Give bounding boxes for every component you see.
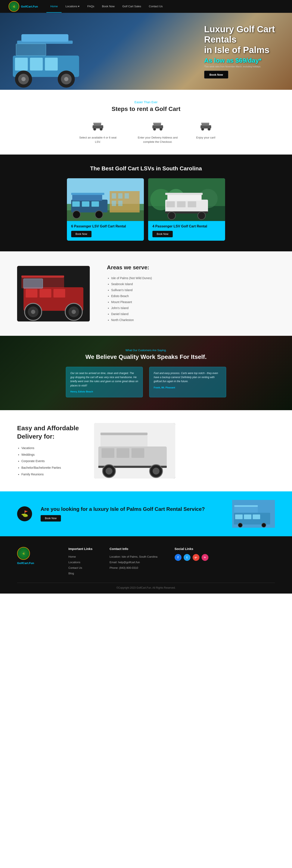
svg-rect-89 — [235, 515, 243, 519]
twitter-icon[interactable]: t — [184, 554, 191, 561]
svg-rect-61 — [21, 276, 64, 278]
step-2-icon — [151, 121, 164, 132]
cta-question: Are you looking for a luxury Isle of Pal… — [40, 506, 224, 512]
nav-item-locations[interactable]: Locations ▾ — [62, 0, 83, 12]
delivery-item: Family Reunions — [21, 471, 81, 478]
area-item: Sullivan's Island — [111, 287, 152, 293]
svg-rect-12 — [16, 44, 46, 56]
svg-rect-1 — [21, 34, 68, 42]
areas-text: Areas we serve: Isle of Palms (Not Wild … — [107, 264, 152, 323]
lsv-card-6-body: 6 Passenger LSV Golf Cart Rental Book No… — [67, 221, 144, 241]
hero-cart-image — [6, 28, 88, 90]
delivery-item: Weddings — [21, 452, 81, 458]
area-item: Daniel Island — [111, 311, 152, 317]
svg-rect-38 — [72, 194, 102, 201]
svg-rect-40 — [72, 202, 80, 207]
delivery-cart-svg — [94, 423, 175, 478]
svg-point-16 — [93, 128, 96, 130]
footer-links-heading: Important Links — [68, 547, 93, 551]
footer: ⛳ GolfCart.Fun Important Links Home Loca… — [0, 536, 292, 594]
svg-point-21 — [153, 128, 156, 130]
lsv-card-4-book-button[interactable]: Book Now — [152, 231, 173, 237]
svg-rect-77 — [101, 448, 114, 458]
lsv-card-4: 4 Passenger LSV Golf Cart Rental Book No… — [148, 178, 225, 241]
svg-rect-63 — [24, 279, 43, 288]
instagram-icon[interactable]: in — [202, 554, 208, 561]
lsv-card-6-title: 6 Passenger LSV Golf Cart Rental — [71, 224, 140, 228]
googleplus-icon[interactable]: g+ — [193, 554, 199, 561]
social-icons: f t g+ in — [175, 554, 208, 561]
lsv-title: The Best Golf Cart LSVs in South Carolin… — [13, 165, 279, 172]
footer-link-home[interactable]: Home — [68, 554, 93, 560]
areas-title: Areas we serve: — [107, 264, 152, 271]
cta-text: Are you looking for a luxury Isle of Pal… — [40, 506, 224, 522]
svg-rect-39 — [71, 193, 104, 195]
svg-rect-64 — [26, 289, 37, 298]
cta-banner: ⛳ Are you looking for a luxury Isle of P… — [0, 491, 292, 536]
svg-rect-25 — [201, 123, 209, 124]
lsv-card-4-body: 4 Passenger LSV Golf Cart Rental Book No… — [148, 221, 225, 241]
nav-item-sales[interactable]: Golf Cart Sales — [118, 0, 145, 12]
svg-rect-34 — [125, 193, 129, 198]
svg-point-17 — [100, 128, 103, 130]
steps-title: Steps to rent a Golf Cart — [17, 105, 275, 113]
lsv-section: The Best Golf Cart LSVs in South Carolin… — [0, 155, 292, 251]
logo-icon: ⛳ — [8, 1, 19, 12]
footer-link-blog[interactable]: Blog — [68, 571, 93, 576]
lsv-card-6-book-button[interactable]: Book Now — [71, 231, 91, 237]
footer-social-col: Social Links f t g+ in — [175, 547, 208, 576]
area-item: Edisto Beach — [111, 293, 152, 299]
footer-brand: GolfCart.Fun — [17, 561, 51, 565]
areas-list: Isle of Palms (Not Wild Dunes) Seabrook … — [107, 275, 152, 323]
footer-link-contact[interactable]: Contact Us — [68, 565, 93, 571]
lsv-card-6: 6 Passenger LSV Golf Cart Rental Book No… — [67, 178, 144, 241]
logo[interactable]: ⛳ GolfCart.Fun — [8, 1, 38, 12]
lsv-card-6-image — [67, 178, 144, 221]
step-3-text: Enjoy your cart! — [196, 135, 215, 140]
svg-rect-54 — [177, 202, 185, 207]
svg-point-93 — [262, 523, 266, 527]
footer-logo-area: ⛳ GolfCart.Fun — [17, 547, 51, 576]
svg-rect-66 — [53, 289, 65, 298]
testimonial-card-1: Our six seat lsv arrived on time, clean … — [66, 367, 143, 397]
hero-note: *Two week rates from November-March, exc… — [204, 65, 275, 67]
footer-contact-col: Contact Info Location: Isle of Palms, So… — [110, 547, 157, 576]
svg-point-69 — [31, 310, 35, 314]
footer-phone: Phone: (843) 800-0310 — [110, 565, 157, 571]
svg-rect-87 — [234, 507, 258, 513]
nav-item-home[interactable]: Home — [47, 0, 62, 12]
nav-item-contact[interactable]: Contact Us — [145, 0, 166, 12]
nav-item-booknow[interactable]: Book Now — [98, 0, 118, 12]
svg-rect-33 — [118, 193, 122, 198]
svg-point-92 — [238, 523, 242, 527]
areas-section: Areas we serve: Isle of Palms (Not Wild … — [0, 251, 292, 336]
nav-item-faqs[interactable]: FAQs — [83, 0, 98, 12]
svg-rect-90 — [244, 515, 252, 519]
step-3: Enjoy your cart! — [196, 121, 215, 144]
hero-section: Luxury Golf Cart Rentals in Isle of Palm… — [0, 13, 292, 90]
navigation: ⛳ GolfCart.Fun Home Locations ▾ FAQs Boo… — [0, 0, 292, 13]
testimonial-2-text: Fast and easy process. Carts were top no… — [154, 371, 222, 384]
delivery-cart-image — [94, 423, 175, 478]
footer-email: Email: help@golfcart.fun — [110, 560, 157, 565]
footer-link-locations[interactable]: Locations — [68, 560, 93, 565]
hero-price: As low as $69/day* — [204, 57, 275, 64]
cta-book-button[interactable]: Book Now — [40, 515, 61, 522]
delivery-section: Easy and Affordable Delivery for: Vacati… — [0, 410, 292, 491]
step-1: Select an available 4 or 6 seat LSV. — [77, 121, 119, 144]
facebook-icon[interactable]: f — [175, 554, 181, 561]
testimonials-title: We Believe Quality Work Speaks For Itsel… — [17, 353, 275, 360]
svg-rect-3 — [15, 58, 28, 70]
svg-point-58 — [198, 212, 205, 219]
hero-cart-svg — [6, 28, 88, 90]
nav-links: Home Locations ▾ FAQs Book Now Golf Cart… — [47, 0, 166, 12]
svg-rect-91 — [253, 515, 260, 519]
hero-text: Luxury Golf Cart Rentals in Isle of Palm… — [204, 24, 275, 79]
step-2-text: Enter your Delivery Address and complete… — [136, 135, 179, 144]
lsv-4-svg — [148, 178, 225, 221]
areas-cart-svg — [17, 266, 90, 321]
hero-book-button[interactable]: Book Now — [204, 70, 229, 79]
delivery-item: Bachelor/Bachelorette Parties — [21, 464, 81, 471]
svg-point-72 — [71, 310, 76, 314]
step-1-text: Select an available 4 or 6 seat LSV. — [77, 135, 119, 144]
